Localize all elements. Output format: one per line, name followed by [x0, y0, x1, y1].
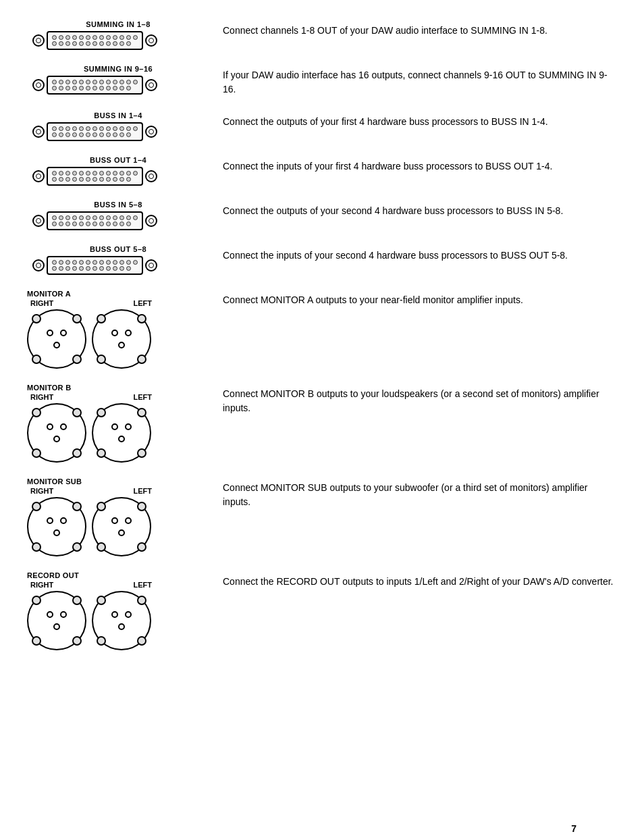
label-monitor-b: MONITOR B — [27, 384, 71, 392]
desc-monitor-sub: Connect MONITOR SUB outputs to your subw… — [209, 477, 617, 509]
desc-buss-out-1-4: Connect the inputs of your first 4 hardw… — [209, 156, 617, 174]
xlr-right-monitor-a — [27, 309, 86, 369]
label-record-out: RECORD OUT — [27, 571, 79, 579]
db25-shell-summing-1-8 — [47, 31, 143, 50]
section-buss-out-1-4: BUSS OUT 1–4 Connect the inputs of your … — [27, 156, 617, 186]
xlr-right-monitor-sub — [27, 497, 86, 556]
section-monitor-sub: MONITOR SUB RIGHT LEFT — [27, 477, 617, 556]
section-buss-out-5-8: BUSS OUT 5–8 Connect the inputs of your … — [27, 245, 617, 275]
left-col-summing-1-8: SUMMING IN 1–8 — [27, 20, 209, 50]
db25-connector-summing-9-16 — [30, 76, 159, 95]
right-label-monitor-a: RIGHT — [30, 299, 53, 307]
section-monitor-b: MONITOR B RIGHT LEFT — [27, 384, 617, 463]
section-monitor-a: MONITOR A RIGHT LEFT — [27, 290, 617, 369]
section-buss-in-1-4: BUSS IN 1–4 Connect the outputs of your … — [27, 111, 617, 141]
xlr-left-monitor-b — [92, 403, 151, 463]
right-label-record-out: RIGHT — [30, 581, 53, 589]
section-record-out: RECORD OUT RIGHT LEFT — [27, 571, 617, 650]
left-label-record-out: LEFT — [134, 581, 153, 589]
desc-buss-in-5-8: Connect the outputs of your second 4 har… — [209, 201, 617, 218]
db25-connector-summing-1-8 — [30, 31, 159, 50]
label-monitor-sub: MONITOR SUB — [27, 477, 82, 486]
page-number: 7 — [571, 823, 576, 834]
xlr-group-monitor-sub — [27, 497, 151, 556]
desc-record-out: Connect the RECORD OUT outputs to inputs… — [209, 571, 617, 589]
desc-summing-1-8: Connect channels 1-8 OUT of your DAW aud… — [209, 20, 617, 38]
desc-summing-9-16: If your DAW audio interface has 16 outpu… — [209, 65, 617, 97]
rl-labels-monitor-b: RIGHT LEFT — [27, 393, 155, 401]
left-col-buss-in-1-4: BUSS IN 1–4 — [27, 111, 209, 141]
page-wrapper: SUMMING IN 1–8 Connect channels 1-8 OUT … — [27, 20, 617, 834]
xlr-left-monitor-sub — [92, 497, 151, 556]
section-summing-in-9-16: SUMMING IN 9–16 If your DAW audio interf… — [27, 65, 617, 97]
left-col-monitor-a: MONITOR A RIGHT LEFT — [27, 290, 209, 369]
xlr-group-monitor-b — [27, 403, 151, 463]
left-label-monitor-sub: LEFT — [134, 487, 153, 495]
left-col-buss-out-5-8: BUSS OUT 5–8 — [27, 245, 209, 275]
xlr-right-record-out — [27, 591, 86, 650]
label-summing-9-16: SUMMING IN 9–16 — [27, 65, 209, 73]
left-col-record-out: RECORD OUT RIGHT LEFT — [27, 571, 209, 650]
desc-monitor-a: Connect MONITOR A outputs to your near-f… — [209, 290, 617, 307]
rl-labels-monitor-sub: RIGHT LEFT — [27, 487, 155, 495]
xlr-right-monitor-b — [27, 403, 86, 463]
section-summing-in-1-8: SUMMING IN 1–8 Connect channels 1-8 OUT … — [27, 20, 617, 50]
left-col-buss-in-5-8: BUSS IN 5–8 — [27, 201, 209, 230]
left-col-monitor-b: MONITOR B RIGHT LEFT — [27, 384, 209, 463]
right-label-monitor-sub: RIGHT — [30, 487, 53, 495]
label-monitor-a: MONITOR A — [27, 290, 71, 298]
jack-right-summing-1-8 — [145, 34, 157, 47]
left-col-buss-out-1-4: BUSS OUT 1–4 — [27, 156, 209, 186]
left-col-monitor-sub: MONITOR SUB RIGHT LEFT — [27, 477, 209, 556]
xlr-group-record-out — [27, 591, 151, 650]
label-summing-1-8: SUMMING IN 1–8 — [27, 20, 209, 28]
right-label-monitor-b: RIGHT — [30, 393, 53, 401]
desc-buss-out-5-8: Connect the inputs of your second 4 hard… — [209, 245, 617, 263]
label-buss-in-5-8: BUSS IN 5–8 — [27, 201, 209, 209]
desc-buss-in-1-4: Connect the outputs of your first 4 hard… — [209, 111, 617, 129]
left-col-summing-9-16: SUMMING IN 9–16 — [27, 65, 209, 95]
label-buss-out-5-8: BUSS OUT 5–8 — [27, 245, 209, 253]
xlr-group-monitor-a — [27, 309, 151, 369]
left-label-monitor-b: LEFT — [134, 393, 153, 401]
rl-labels-record-out: RIGHT LEFT — [27, 581, 155, 589]
desc-monitor-b: Connect MONITOR B outputs to your loudsp… — [209, 384, 617, 415]
label-buss-in-1-4: BUSS IN 1–4 — [27, 111, 209, 120]
rl-labels-monitor-a: RIGHT LEFT — [27, 299, 155, 307]
left-label-monitor-a: LEFT — [134, 299, 153, 307]
xlr-left-record-out — [92, 591, 151, 650]
jack-left-summing-1-8 — [32, 34, 45, 47]
section-buss-in-5-8: BUSS IN 5–8 Connect the outputs of your … — [27, 201, 617, 230]
xlr-left-monitor-a — [92, 309, 151, 369]
label-buss-out-1-4: BUSS OUT 1–4 — [27, 156, 209, 164]
